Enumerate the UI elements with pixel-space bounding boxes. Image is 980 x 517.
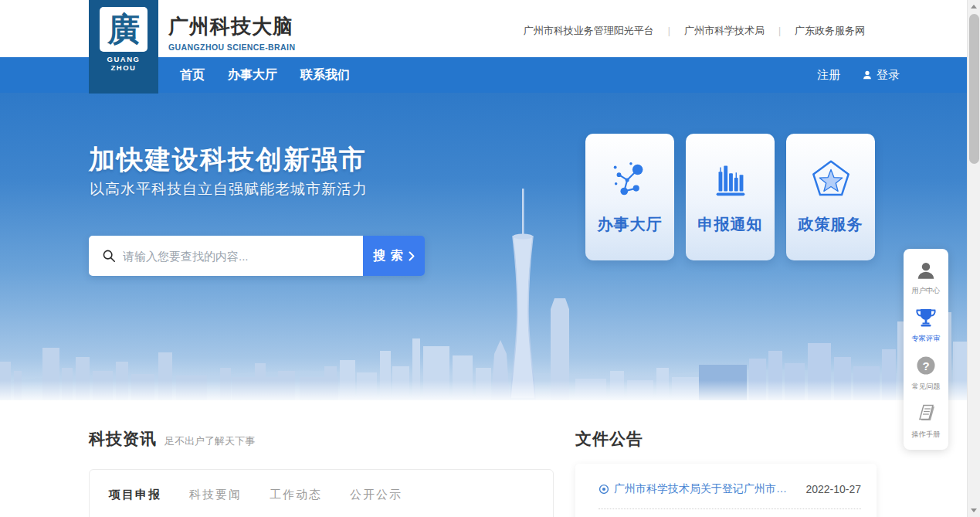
scroll-down-arrow[interactable] <box>968 505 980 517</box>
link-sunshine-platform[interactable]: 广州市科技业务管理阳光平台 <box>524 24 654 38</box>
hero-subtitle: 以高水平科技自立自强赋能老城市新活力 <box>90 179 368 199</box>
pentagon-star-icon <box>809 155 853 203</box>
tool-label: 操作手册 <box>905 430 946 440</box>
trophy-icon <box>915 308 937 328</box>
card-label: 申报通知 <box>698 214 763 235</box>
news-subtitle: 足不出户了解天下事 <box>164 434 255 448</box>
search-button-label: 搜 索 <box>373 248 403 264</box>
vertical-scrollbar <box>967 0 980 517</box>
tab-science-news[interactable]: 科技要闻 <box>189 488 242 502</box>
news-section-header: 科技资讯 足不出户了解天下事 <box>89 428 255 450</box>
card-declaration-notice[interactable]: 申报通知 <box>686 134 775 260</box>
news-tabs-card: 项目申报 科技要闻 工作动态 公开公示 <box>89 469 554 517</box>
hero-bottom-fade <box>0 380 967 400</box>
hero-title: 加快建设科技创新强市 <box>89 142 367 178</box>
bullet-circle-icon <box>599 484 609 495</box>
link-science-bureau[interactable]: 广州市科学技术局 <box>684 24 765 38</box>
card-policy-service[interactable]: 政策服务 <box>786 134 875 260</box>
search-icon <box>102 249 116 263</box>
tab-project-declaration[interactable]: 项目申报 <box>109 488 161 502</box>
nav-item-contact[interactable]: 联系我们 <box>300 67 350 83</box>
card-label: 政策服务 <box>799 214 863 235</box>
browser-viewport: 广州科技大脑 GUANGZHOU SCIENCE-BRAIN 广州市科技业务管理… <box>0 0 980 517</box>
tool-label: 用户中心 <box>905 286 946 296</box>
molecule-icon <box>608 155 653 203</box>
register-link[interactable]: 注册 <box>817 68 840 83</box>
user-silhouette-icon <box>862 70 873 80</box>
tab-public-notice[interactable]: 公开公示 <box>350 488 402 502</box>
divider: | <box>778 26 781 36</box>
bar-chart-icon <box>708 155 753 203</box>
announcement-date: 2022-10-27 <box>805 483 861 495</box>
hero-banner: 加快建设科技创新强市 以高水平科技自立自强赋能老城市新活力 搜 索 <box>0 93 967 400</box>
canton-tower-icon <box>510 189 535 399</box>
tool-label: 专家评审 <box>905 334 946 344</box>
hero-search-bar: 搜 索 <box>89 236 425 276</box>
link-gov-service[interactable]: 广东政务服务网 <box>795 24 865 38</box>
search-button[interactable]: 搜 索 <box>363 236 425 276</box>
login-link[interactable]: 登录 <box>862 68 900 83</box>
brand: 广州科技大脑 GUANGZHOU SCIENCE-BRAIN <box>168 13 295 52</box>
logo-seal-icon: 廣 <box>100 7 148 52</box>
svg-text:?: ? <box>922 359 929 372</box>
card-service-hall[interactable]: 办事大厅 <box>585 134 674 260</box>
webpage: 广州科技大脑 GUANGZHOU SCIENCE-BRAIN 广州市科技业务管理… <box>0 0 967 517</box>
search-input[interactable] <box>123 236 354 276</box>
login-label: 登录 <box>877 68 900 83</box>
quick-access-cards: 办事大厅 <box>585 134 875 260</box>
tool-expert-review[interactable]: 专家评审 <box>904 301 948 349</box>
card-label: 办事大厅 <box>598 214 663 235</box>
tool-label: 常见问题 <box>905 382 946 392</box>
nav-item-home[interactable]: 首页 <box>180 67 205 83</box>
site-title: 广州科技大脑 <box>168 13 295 40</box>
news-title: 科技资讯 <box>89 428 157 450</box>
search-input-container <box>89 236 363 276</box>
manual-book-icon <box>915 403 937 423</box>
site-subtitle: GUANGZHOU SCIENCE-BRAIN <box>168 43 295 52</box>
announcement-section-header: 文件公告 <box>575 428 643 450</box>
news-tabs: 项目申报 科技要闻 工作动态 公开公示 <box>90 470 553 502</box>
announcement-title: 文件公告 <box>575 428 643 450</box>
content-section: 科技资讯 足不出户了解天下事 项目申报 科技要闻 工作动态 公开公示 文件公告 <box>0 400 967 517</box>
announcement-link[interactable]: 广州市科学技术局关于登记广州市高水平企... <box>614 482 796 496</box>
chevron-right-icon <box>409 251 415 261</box>
floating-side-toolbar: 用户中心 专家评审 ? 常见问题 <box>904 249 948 450</box>
logo-city-text: GUANG ZHOU <box>89 55 158 72</box>
tab-work-updates[interactable]: 工作动态 <box>270 488 322 502</box>
external-links: 广州市科技业务管理阳光平台 | 广州市科学技术局 | 广东政务服务网 <box>524 24 865 38</box>
tool-user-center[interactable]: 用户中心 <box>904 255 948 301</box>
site-logo[interactable]: 廣 GUANG ZHOU <box>89 0 158 94</box>
nav-item-service-hall[interactable]: 办事大厅 <box>228 67 277 83</box>
scrollbar-thumb[interactable] <box>969 14 979 164</box>
scroll-up-arrow[interactable] <box>968 0 980 12</box>
question-icon: ? <box>916 355 936 376</box>
announcement-card: 广州市科学技术局关于登记广州市高水平企... 2022-10-27 <box>575 464 877 517</box>
nav-menu: 首页 办事大厅 联系我们 <box>180 67 350 83</box>
divider: | <box>668 26 670 36</box>
tool-manual[interactable]: 操作手册 <box>904 397 948 445</box>
user-icon <box>916 261 936 280</box>
announcement-item[interactable]: 广州市科学技术局关于登记广州市高水平企... 2022-10-27 <box>599 482 861 509</box>
tool-faq[interactable]: ? 常见问题 <box>904 349 948 397</box>
auth-area: 注册 登录 <box>817 68 900 83</box>
